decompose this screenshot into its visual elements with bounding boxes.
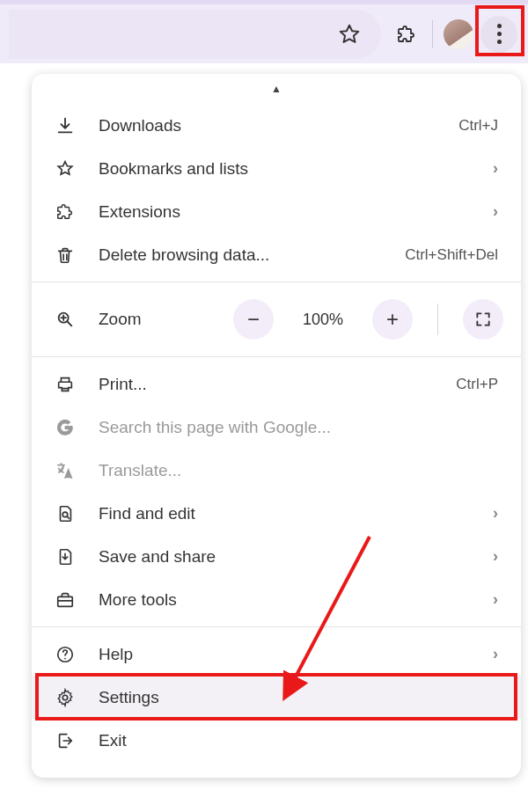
toolbar-separator xyxy=(432,20,433,48)
zoom-separator xyxy=(437,304,438,335)
menu-item-help[interactable]: Help › xyxy=(32,633,521,676)
menu-item-more-tools[interactable]: More tools › xyxy=(32,578,521,621)
puzzle-icon xyxy=(55,201,76,223)
profile-button[interactable] xyxy=(438,14,479,55)
menu-scroll-up-caret[interactable]: ▲ xyxy=(32,83,521,104)
menu-label: Translate... xyxy=(99,461,498,480)
menu-label: More tools xyxy=(99,590,470,610)
zoom-out-button[interactable]: − xyxy=(233,299,274,340)
svg-point-5 xyxy=(62,695,68,700)
menu-shortcut: Ctrl+P xyxy=(456,376,498,393)
find-in-page-icon xyxy=(55,503,76,524)
menu-label: Extensions xyxy=(99,202,470,222)
star-icon xyxy=(55,158,76,179)
menu-item-exit[interactable]: Exit xyxy=(32,719,521,762)
chevron-right-icon: › xyxy=(493,504,498,523)
bookmark-star-button[interactable] xyxy=(330,15,369,54)
menu-item-settings[interactable]: Settings xyxy=(32,676,521,719)
chevron-right-icon: › xyxy=(493,547,498,566)
menu-divider xyxy=(32,626,521,627)
menu-label: Print... xyxy=(99,375,433,394)
fullscreen-icon xyxy=(474,311,492,328)
save-share-icon xyxy=(55,546,76,567)
toolbox-icon xyxy=(55,589,76,611)
menu-item-find-edit[interactable]: Find and edit › xyxy=(32,492,521,535)
menu-item-bookmarks[interactable]: Bookmarks and lists › xyxy=(32,147,521,190)
kebab-icon xyxy=(480,16,517,53)
menu-item-search-page: Search this page with Google... xyxy=(32,406,521,449)
zoom-value: 100% xyxy=(297,311,349,329)
browser-toolbar xyxy=(0,0,528,63)
menu-label: Settings xyxy=(99,688,498,707)
chevron-right-icon: › xyxy=(493,202,498,221)
menu-shortcut: Ctrl+J xyxy=(458,117,498,135)
menu-item-downloads[interactable]: Downloads Ctrl+J xyxy=(32,104,521,147)
menu-divider xyxy=(32,356,521,357)
star-outline-icon xyxy=(338,23,361,46)
avatar-icon xyxy=(444,19,473,49)
download-icon xyxy=(55,115,76,136)
chevron-right-icon: › xyxy=(493,645,498,663)
menu-label: Search this page with Google... xyxy=(99,418,498,437)
main-menu-dropdown: ▲ Downloads Ctrl+J Bookmarks and lists ›… xyxy=(32,74,521,778)
menu-label: Bookmarks and lists xyxy=(99,159,470,179)
zoom-icon xyxy=(55,309,76,330)
chevron-right-icon: › xyxy=(493,590,498,609)
menu-item-translate: Translate... xyxy=(32,449,521,492)
svg-rect-2 xyxy=(58,596,73,606)
help-icon xyxy=(55,644,76,665)
exit-icon xyxy=(55,730,76,751)
zoom-label: Zoom xyxy=(99,310,210,329)
menu-label: Find and edit xyxy=(99,504,470,523)
menu-item-zoom: Zoom − 100% + xyxy=(32,288,521,351)
menu-label: Help xyxy=(99,645,470,664)
chevron-right-icon: › xyxy=(493,159,498,178)
zoom-in-button[interactable]: + xyxy=(372,299,413,340)
menu-item-print[interactable]: Print... Ctrl+P xyxy=(32,362,521,406)
menu-label: Delete browsing data... xyxy=(99,245,382,265)
main-menu-button[interactable] xyxy=(479,14,519,55)
puzzle-icon xyxy=(396,24,417,45)
print-icon xyxy=(55,374,76,395)
gear-icon xyxy=(55,687,76,708)
menu-divider xyxy=(32,282,521,282)
address-bar-tail xyxy=(9,10,381,59)
menu-label: Downloads xyxy=(99,116,436,135)
svg-point-4 xyxy=(64,657,66,659)
fullscreen-button[interactable] xyxy=(463,299,503,340)
menu-item-delete-data[interactable]: Delete browsing data... Ctrl+Shift+Del xyxy=(32,233,521,276)
menu-label: Exit xyxy=(99,731,498,750)
translate-icon xyxy=(55,460,76,481)
menu-shortcut: Ctrl+Shift+Del xyxy=(405,246,498,264)
menu-label: Save and share xyxy=(99,547,470,567)
trash-icon xyxy=(55,245,76,266)
menu-item-save-share[interactable]: Save and share › xyxy=(32,535,521,578)
menu-item-extensions[interactable]: Extensions › xyxy=(32,190,521,233)
extensions-button[interactable] xyxy=(386,14,427,55)
google-icon xyxy=(55,417,76,438)
